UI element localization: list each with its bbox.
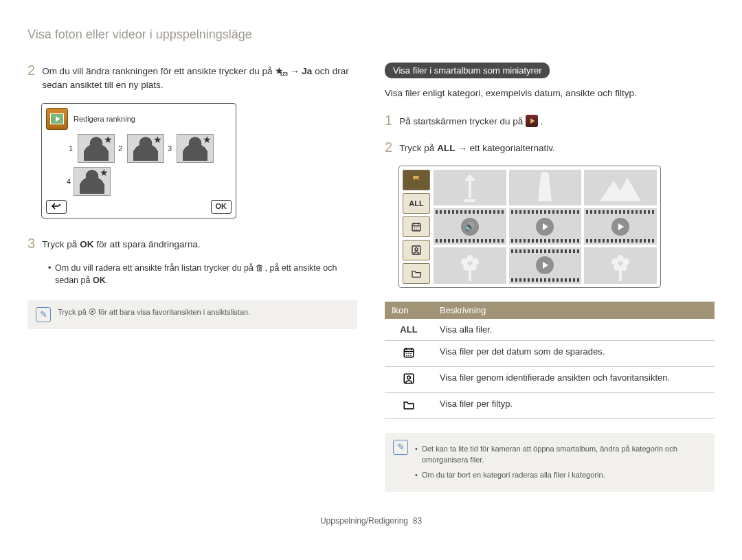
section-heading: Visa filer i smartalbum som miniatyrer bbox=[385, 63, 550, 78]
step2-text-a: Om du vill ändra rankningen för ett ansi… bbox=[42, 66, 272, 76]
table-row: ALL Visa alla filer. bbox=[385, 319, 715, 341]
note-box: ✎ Tryck på ⦿ för att bara visa favoritan… bbox=[27, 300, 357, 329]
svg-point-6 bbox=[418, 229, 418, 229]
face-thumb-3[interactable]: ★ bbox=[177, 134, 214, 163]
folder-tab[interactable] bbox=[403, 263, 430, 284]
svg-point-2 bbox=[416, 227, 416, 227]
ok-button[interactable]: OK bbox=[211, 200, 232, 214]
left-column: 2 Om du vill ändra rankningen för ett an… bbox=[27, 63, 357, 492]
album-tab-icon[interactable] bbox=[403, 170, 430, 190]
svg-point-1 bbox=[414, 227, 415, 227]
all-label: ALL bbox=[437, 143, 455, 153]
rank-3-num: 3 bbox=[166, 144, 174, 153]
folder-icon bbox=[403, 399, 415, 411]
thumb-video-4[interactable] bbox=[509, 247, 582, 284]
thumb-dress[interactable] bbox=[509, 170, 582, 206]
table-row: Visa filer per filtyp. bbox=[385, 392, 715, 418]
step1-text-a: På startskärmen trycker du på bbox=[399, 116, 526, 126]
all-tab[interactable]: ALL bbox=[403, 193, 430, 214]
thumb-flower-2[interactable] bbox=[584, 247, 657, 284]
svg-point-25 bbox=[406, 355, 407, 357]
play-icon bbox=[611, 218, 629, 236]
note-icon: ✎ bbox=[36, 307, 51, 322]
th-ikon: Ikon bbox=[385, 302, 433, 319]
calendar-tab[interactable] bbox=[403, 216, 430, 237]
ranking-app-icon bbox=[46, 108, 68, 130]
table-row: Visa filer genom identifierade ansikten … bbox=[385, 366, 715, 392]
icon-all: ALL bbox=[385, 319, 433, 341]
page-footer: Uppspelning/Redigering 83 bbox=[27, 516, 715, 526]
rank-2-num: 2 bbox=[116, 144, 124, 153]
step-body: Om du vill ändra rankningen för ett ansi… bbox=[42, 63, 357, 93]
rank-4-num: 4 bbox=[67, 177, 71, 186]
step2r-text-b: → ett kategorialternativ. bbox=[458, 143, 555, 153]
flag-play-icon bbox=[411, 175, 422, 186]
back-arrow-icon bbox=[51, 202, 62, 210]
icon-folder bbox=[385, 392, 433, 418]
step-body: Tryck på ALL → ett kategorialternativ. bbox=[399, 139, 555, 155]
face-thumb-2[interactable]: ★ bbox=[127, 134, 164, 163]
star123-icon bbox=[275, 65, 287, 76]
step-3: 3 Tryck på OK för att spara ändringarna. bbox=[27, 236, 357, 251]
thumb-video-3[interactable] bbox=[584, 208, 657, 245]
footer-page: 83 bbox=[413, 516, 422, 526]
face-thumb-1[interactable]: ★ bbox=[78, 134, 115, 163]
step-2-right: 2 Tryck på ALL → ett kategorialternativ. bbox=[385, 139, 715, 155]
album-app-icon bbox=[526, 115, 538, 127]
svg-point-3 bbox=[418, 227, 418, 227]
right-column: Visa filer i smartalbum som miniatyrer V… bbox=[385, 63, 715, 492]
rank-1-num: 1 bbox=[67, 144, 75, 153]
step-number: 2 bbox=[27, 63, 35, 93]
step1-text-b: . bbox=[541, 116, 543, 126]
step3-text-a: Tryck på bbox=[42, 239, 80, 249]
th-beskrivning: Beskrivning bbox=[433, 302, 715, 319]
icon-table: Ikon Beskrivning ALL Visa alla filer. Vi… bbox=[385, 302, 715, 419]
thumb-mountain[interactable] bbox=[584, 170, 657, 206]
ja-label: Ja bbox=[302, 66, 312, 76]
step-body: På startskärmen trycker du på . bbox=[399, 113, 543, 128]
svg-point-24 bbox=[410, 353, 412, 355]
svg-point-29 bbox=[407, 376, 411, 379]
delete-bullet: Om du vill radera ett ansikte från lista… bbox=[48, 262, 357, 287]
calendar-icon bbox=[403, 346, 415, 359]
desc-all: Visa alla filer. bbox=[433, 319, 715, 341]
thumb-video-1[interactable]: 🔊 bbox=[434, 208, 506, 245]
footer-section: Uppspelning/Redigering bbox=[320, 516, 408, 526]
svg-rect-14 bbox=[469, 269, 471, 281]
desc-calendar: Visa filer per det datum som de sparades… bbox=[433, 340, 715, 366]
note-text: Tryck på ⦿ för att bara visa favoritansi… bbox=[58, 307, 250, 322]
face-icon bbox=[411, 245, 422, 256]
desc-folder: Visa filer per filtyp. bbox=[433, 392, 715, 418]
svg-point-27 bbox=[410, 355, 412, 357]
svg-point-23 bbox=[408, 353, 409, 355]
note-bullet-1: Det kan ta lite tid för kameran att öppn… bbox=[415, 444, 706, 466]
calendar-icon bbox=[411, 221, 422, 232]
section-intro: Visa filer enligt kategori, exempelvis d… bbox=[385, 87, 715, 100]
step-1: 1 På startskärmen trycker du på . bbox=[385, 113, 715, 128]
note-icon: ✎ bbox=[393, 440, 408, 455]
face-tab[interactable] bbox=[403, 240, 430, 260]
folder-icon bbox=[411, 268, 422, 279]
thumb-lamp[interactable] bbox=[434, 170, 506, 206]
thumb-flower-1[interactable] bbox=[434, 247, 506, 284]
svg-point-22 bbox=[406, 353, 407, 355]
play-icon bbox=[536, 256, 554, 274]
play-icon bbox=[536, 218, 554, 236]
face-icon bbox=[403, 372, 415, 385]
step3-text-b: för att spara ändringarna. bbox=[96, 239, 201, 249]
svg-point-4 bbox=[414, 229, 415, 229]
step-2: 2 Om du vill ändra rankningen för ett an… bbox=[27, 63, 357, 93]
sound-icon: 🔊 bbox=[461, 218, 479, 236]
bullet-end: . bbox=[106, 276, 108, 285]
thumb-video-2[interactable] bbox=[509, 208, 582, 245]
step-number: 3 bbox=[27, 236, 35, 251]
step2r-text-a: Tryck på bbox=[399, 143, 437, 153]
smart-album-ui: ALL 🔊 bbox=[398, 166, 661, 288]
face-thumb-4[interactable]: ★ bbox=[74, 167, 111, 196]
icon-calendar bbox=[385, 340, 433, 366]
step-number: 1 bbox=[385, 113, 392, 128]
back-button[interactable] bbox=[46, 200, 67, 214]
page-title: Visa foton eller videor i uppspelningslä… bbox=[27, 27, 715, 42]
ok-inline: OK bbox=[93, 276, 106, 285]
svg-rect-20 bbox=[619, 269, 622, 281]
